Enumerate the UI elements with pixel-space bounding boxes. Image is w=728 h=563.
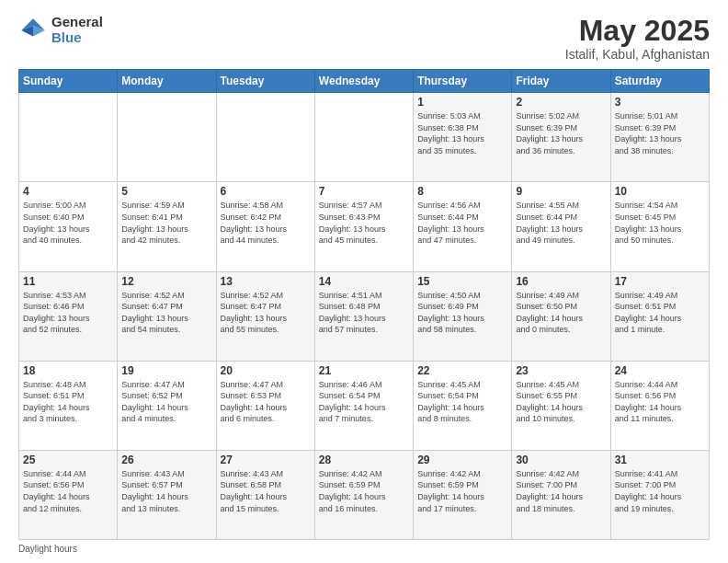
day-info: Sunrise: 4:56 AM Sunset: 6:44 PM Dayligh… <box>417 200 507 246</box>
day-number: 2 <box>516 96 606 109</box>
day-info: Sunrise: 4:52 AM Sunset: 6:47 PM Dayligh… <box>221 290 311 336</box>
day-info: Sunrise: 4:57 AM Sunset: 6:43 PM Dayligh… <box>319 200 409 246</box>
day-info: Sunrise: 4:54 AM Sunset: 6:45 PM Dayligh… <box>615 200 705 246</box>
day-info: Sunrise: 4:45 AM Sunset: 6:55 PM Dayligh… <box>516 379 606 425</box>
day-info: Sunrise: 4:46 AM Sunset: 6:54 PM Dayligh… <box>319 379 409 425</box>
day-info: Sunrise: 4:43 AM Sunset: 6:57 PM Dayligh… <box>121 468 211 514</box>
day-number: 12 <box>121 275 211 288</box>
table-row: 10Sunrise: 4:54 AM Sunset: 6:45 PM Dayli… <box>610 182 709 271</box>
day-number: 22 <box>417 364 507 377</box>
table-row: 13Sunrise: 4:52 AM Sunset: 6:47 PM Dayli… <box>216 271 314 361</box>
table-row: 30Sunrise: 4:42 AM Sunset: 7:00 PM Dayli… <box>512 450 610 539</box>
table-row: 7Sunrise: 4:57 AM Sunset: 6:43 PM Daylig… <box>314 182 413 271</box>
table-row: 14Sunrise: 4:51 AM Sunset: 6:48 PM Dayli… <box>314 271 413 361</box>
table-row: 26Sunrise: 4:43 AM Sunset: 6:57 PM Dayli… <box>118 450 216 539</box>
calendar-header-row: Sunday Monday Tuesday Wednesday Thursday… <box>19 70 710 93</box>
day-info: Sunrise: 4:44 AM Sunset: 6:56 PM Dayligh… <box>23 468 113 514</box>
table-row: 25Sunrise: 4:44 AM Sunset: 6:56 PM Dayli… <box>19 450 118 539</box>
logo-icon <box>18 16 48 45</box>
day-number: 10 <box>615 185 705 198</box>
calendar-week-row: 18Sunrise: 4:48 AM Sunset: 6:51 PM Dayli… <box>19 361 710 450</box>
table-row: 1Sunrise: 5:03 AM Sunset: 6:38 PM Daylig… <box>414 93 512 182</box>
day-info: Sunrise: 4:51 AM Sunset: 6:48 PM Dayligh… <box>319 290 409 336</box>
page: General Blue May 2025 Istalif, Kabul, Af… <box>0 0 728 563</box>
day-number: 21 <box>319 364 409 377</box>
logo: General Blue <box>18 15 103 45</box>
day-number: 19 <box>121 364 211 377</box>
day-number: 4 <box>23 185 113 198</box>
day-info: Sunrise: 4:42 AM Sunset: 7:00 PM Dayligh… <box>516 468 606 514</box>
day-number: 6 <box>221 185 311 198</box>
col-thursday: Thursday <box>414 70 512 93</box>
day-info: Sunrise: 4:44 AM Sunset: 6:56 PM Dayligh… <box>615 379 705 425</box>
col-sunday: Sunday <box>19 70 118 93</box>
day-number: 1 <box>417 96 507 109</box>
calendar-week-row: 1Sunrise: 5:03 AM Sunset: 6:38 PM Daylig… <box>19 93 710 182</box>
day-number: 25 <box>23 454 113 466</box>
day-number: 23 <box>516 364 606 377</box>
day-number: 7 <box>319 185 409 198</box>
day-info: Sunrise: 4:49 AM Sunset: 6:50 PM Dayligh… <box>516 290 606 336</box>
title-block: May 2025 Istalif, Kabul, Afghanistan <box>565 15 710 62</box>
logo-blue-text: Blue <box>51 30 103 46</box>
day-info: Sunrise: 4:58 AM Sunset: 6:42 PM Dayligh… <box>221 200 311 246</box>
table-row: 15Sunrise: 4:50 AM Sunset: 6:49 PM Dayli… <box>414 271 512 361</box>
day-number: 14 <box>319 275 409 288</box>
day-number: 24 <box>615 364 705 377</box>
day-info: Sunrise: 5:01 AM Sunset: 6:39 PM Dayligh… <box>615 110 705 156</box>
table-row: 2Sunrise: 5:02 AM Sunset: 6:39 PM Daylig… <box>512 93 610 182</box>
table-row: 9Sunrise: 4:55 AM Sunset: 6:44 PM Daylig… <box>512 182 610 271</box>
day-number: 31 <box>615 454 705 466</box>
day-info: Sunrise: 5:00 AM Sunset: 6:40 PM Dayligh… <box>23 200 113 246</box>
table-row: 23Sunrise: 4:45 AM Sunset: 6:55 PM Dayli… <box>512 361 610 450</box>
table-row: 19Sunrise: 4:47 AM Sunset: 6:52 PM Dayli… <box>118 361 216 450</box>
day-number: 18 <box>23 364 113 377</box>
footer: Daylight hours <box>18 544 710 554</box>
table-row <box>19 93 118 182</box>
footer-label: Daylight hours <box>18 544 77 554</box>
month-title: May 2025 <box>565 15 710 47</box>
day-number: 15 <box>417 275 507 288</box>
day-info: Sunrise: 4:41 AM Sunset: 7:00 PM Dayligh… <box>615 468 705 514</box>
day-info: Sunrise: 4:45 AM Sunset: 6:54 PM Dayligh… <box>417 379 507 425</box>
table-row: 6Sunrise: 4:58 AM Sunset: 6:42 PM Daylig… <box>216 182 314 271</box>
day-info: Sunrise: 4:47 AM Sunset: 6:53 PM Dayligh… <box>221 379 311 425</box>
table-row: 18Sunrise: 4:48 AM Sunset: 6:51 PM Dayli… <box>19 361 118 450</box>
day-number: 26 <box>121 454 211 466</box>
table-row <box>314 93 413 182</box>
table-row: 3Sunrise: 5:01 AM Sunset: 6:39 PM Daylig… <box>610 93 709 182</box>
day-info: Sunrise: 4:53 AM Sunset: 6:46 PM Dayligh… <box>23 290 113 336</box>
table-row: 16Sunrise: 4:49 AM Sunset: 6:50 PM Dayli… <box>512 271 610 361</box>
day-info: Sunrise: 4:49 AM Sunset: 6:51 PM Dayligh… <box>615 290 705 336</box>
table-row: 22Sunrise: 4:45 AM Sunset: 6:54 PM Dayli… <box>414 361 512 450</box>
col-tuesday: Tuesday <box>216 70 314 93</box>
calendar-week-row: 11Sunrise: 4:53 AM Sunset: 6:46 PM Dayli… <box>19 271 710 361</box>
table-row: 31Sunrise: 4:41 AM Sunset: 7:00 PM Dayli… <box>610 450 709 539</box>
col-wednesday: Wednesday <box>314 70 413 93</box>
logo-general-text: General <box>51 15 103 30</box>
logo-text: General Blue <box>51 15 103 45</box>
table-row: 21Sunrise: 4:46 AM Sunset: 6:54 PM Dayli… <box>314 361 413 450</box>
header: General Blue May 2025 Istalif, Kabul, Af… <box>18 15 710 62</box>
table-row: 8Sunrise: 4:56 AM Sunset: 6:44 PM Daylig… <box>414 182 512 271</box>
day-number: 16 <box>516 275 606 288</box>
day-number: 11 <box>23 275 113 288</box>
day-number: 17 <box>615 275 705 288</box>
day-info: Sunrise: 4:42 AM Sunset: 6:59 PM Dayligh… <box>319 468 409 514</box>
calendar-week-row: 25Sunrise: 4:44 AM Sunset: 6:56 PM Dayli… <box>19 450 710 539</box>
day-info: Sunrise: 5:02 AM Sunset: 6:39 PM Dayligh… <box>516 110 606 156</box>
day-info: Sunrise: 4:59 AM Sunset: 6:41 PM Dayligh… <box>121 200 211 246</box>
calendar-table: Sunday Monday Tuesday Wednesday Thursday… <box>18 69 710 540</box>
day-info: Sunrise: 4:43 AM Sunset: 6:58 PM Dayligh… <box>221 468 311 514</box>
day-number: 29 <box>417 454 507 466</box>
day-info: Sunrise: 4:50 AM Sunset: 6:49 PM Dayligh… <box>417 290 507 336</box>
day-info: Sunrise: 4:55 AM Sunset: 6:44 PM Dayligh… <box>516 200 606 246</box>
day-number: 5 <box>121 185 211 198</box>
table-row: 28Sunrise: 4:42 AM Sunset: 6:59 PM Dayli… <box>314 450 413 539</box>
day-info: Sunrise: 4:48 AM Sunset: 6:51 PM Dayligh… <box>23 379 113 425</box>
day-info: Sunrise: 5:03 AM Sunset: 6:38 PM Dayligh… <box>417 110 507 156</box>
table-row <box>118 93 216 182</box>
table-row: 27Sunrise: 4:43 AM Sunset: 6:58 PM Dayli… <box>216 450 314 539</box>
table-row: 20Sunrise: 4:47 AM Sunset: 6:53 PM Dayli… <box>216 361 314 450</box>
table-row: 12Sunrise: 4:52 AM Sunset: 6:47 PM Dayli… <box>118 271 216 361</box>
